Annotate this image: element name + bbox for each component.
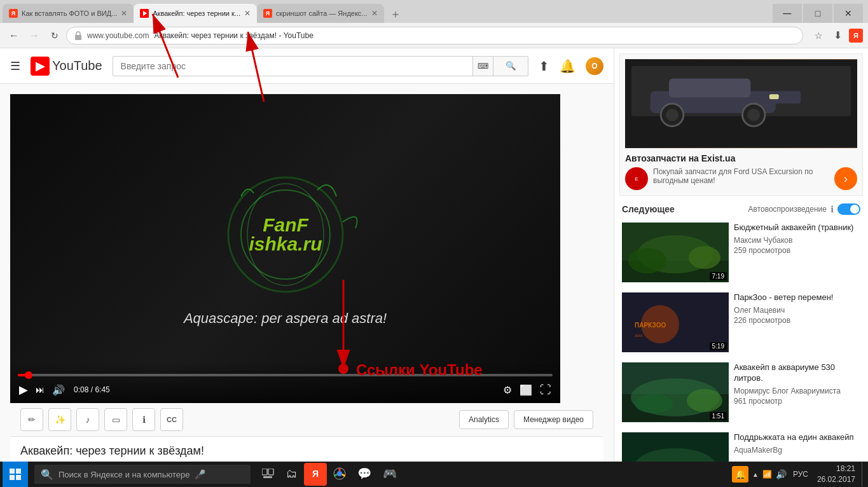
tab-new[interactable]: ＋ [387,5,404,23]
svg-text:ishka.ru: ishka.ru [249,233,322,254]
start-button[interactable] [3,462,28,487]
mic-icon[interactable]: 🎤 [195,469,205,479]
skip-button[interactable]: ⏭ [34,383,46,396]
volume-icon[interactable]: 🔊 [776,469,787,479]
rv-duration-1: 7:19 [710,272,727,280]
window-close[interactable]: ✕ [834,4,863,23]
volume-button[interactable]: 🔊 [51,383,66,397]
audio-icon-btn[interactable]: ♪ [76,408,99,431]
video-time: 0:08 / 6:45 [74,385,110,394]
address-bar[interactable]: www.youtube.com Аквакейп: через тернии к… [66,27,803,45]
tab-yandex-1[interactable]: Я Как вставлять ФОТО и ВИД... ✕ [3,4,134,23]
taskview-button[interactable] [257,462,280,486]
browser-controls-bar: ← → ↻ www.youtube.com Аквакейп: через те… [0,23,868,48]
arrow-up-icon[interactable]: ▲ [752,471,759,478]
rv-thumb-3: 1:51 [622,362,729,422]
info-icon-btn[interactable]: ℹ [132,408,155,431]
keyboard-icon[interactable]: ⌨ [472,56,493,76]
miniplayer-button[interactable]: ⬜ [518,383,534,397]
video-action-bar: ✏ ✨ ♪ ▭ ℹ CC Analytics Менеджер видео [10,403,603,437]
download-icon[interactable]: ⬇ [830,28,845,43]
ad-logo: E [625,167,648,190]
rv-duration-2: 5:19 [710,342,727,350]
rv-channel-1: Максим Чубаков [734,236,860,245]
tb-app-skype[interactable]: 💬 [352,462,376,486]
tb-app-yandex[interactable]: Я [304,463,327,486]
svg-point-24 [689,246,720,269]
play-button[interactable]: ▶ [18,381,29,398]
back-button[interactable]: ← [5,27,23,45]
subtitles-icon-btn[interactable]: CC [160,408,183,431]
rv-thumb-1: 7:19 [622,223,729,282]
autoplay-row: Автовоспроизведение ℹ [748,203,860,215]
fullscreen-button[interactable]: ⛶ [539,382,553,398]
search-input[interactable] [113,56,472,76]
forward-button[interactable]: → [25,27,43,45]
bookmark-star-icon[interactable]: ☆ [811,28,826,43]
ad-row: E Покупай запчасти для Ford USA Excursio… [625,167,857,190]
network-icon[interactable]: 📶 [762,470,772,479]
video-controls-bottom: ▶ ⏭ 🔊 0:08 / 6:45 ⚙ ⬜ ⛶ [18,381,553,398]
related-video-3[interactable]: 1:51 Аквакейп в аквариуме 530 литров. Мо… [619,360,863,425]
crop-icon-btn[interactable]: ▭ [104,408,127,431]
rv-views-2: 226 просмотров [734,316,860,325]
hamburger-icon[interactable]: ☰ [10,59,20,73]
svg-point-32 [635,394,673,413]
related-video-4[interactable]: Поддрьжката на един аквакейп AquaMakerBg [619,430,863,462]
taskbar: 🔍 Поиск в Яндексе и на компьютере 🎤 🗂 Я … [0,462,868,487]
lang-indicator[interactable]: РУС [790,470,811,479]
tab-close-1[interactable]: ✕ [121,9,127,18]
related-video-1[interactable]: 7:19 Бюджетный аквакейп (травник) Максим… [619,220,863,285]
settings-button[interactable]: ⚙ [502,383,513,397]
rv-channel-3: Мормирус Блог Аквариумиста [734,387,860,395]
tab-yandex-2[interactable]: Я скриншот сайта — Яндекс... ✕ [257,4,384,23]
tb-app-chrome[interactable] [328,462,351,486]
window-maximize[interactable]: □ [803,4,832,23]
svg-rect-19 [769,94,779,99]
show-desktop-button[interactable] [862,462,865,486]
tab-close-2[interactable]: ✕ [371,9,378,18]
rv-views-3: 961 просмотр [734,397,860,406]
rv-title-1: Бюджетный аквакейп (травник) [734,223,860,233]
rv-thumb-2: ПАРКЗОО зоо 5:19 [622,292,729,352]
svg-text:ПАРКЗОО: ПАРКЗОО [635,322,666,329]
notification-bell-icon[interactable]: 🔔 [560,58,575,74]
svg-rect-13 [669,79,750,98]
tab-close-yt[interactable]: ✕ [244,9,251,18]
rv-info-2: ПаркЗоо - ветер перемен! Олег Мацевич 22… [734,292,860,352]
rv-info-4: Поддрьжката на един аквакейп AquaMakerBg [734,432,860,462]
edit-icon-btn[interactable]: ✏ [20,408,43,431]
svg-rect-37 [10,469,15,474]
related-video-2[interactable]: ПАРКЗОО зоо 5:19 ПаркЗоо - ветер перемен… [619,290,863,355]
notification-icon[interactable]: 🔔 [732,466,748,483]
tb-app-explorer[interactable]: 🗂 [281,462,303,486]
user-avatar[interactable]: О [586,57,603,75]
tab-youtube[interactable]: Аквакейп: через тернии к... ✕ [134,4,257,23]
window-minimize[interactable]: ─ [773,4,802,23]
yandex-logo-action[interactable]: Я [849,29,863,43]
svg-rect-42 [268,469,273,475]
rv-thumb-4 [622,432,729,462]
refresh-button[interactable]: ↻ [46,27,64,45]
tb-app-game[interactable]: 🎮 [378,462,402,486]
analytics-button[interactable]: Analytics [459,410,509,429]
yt-sidebar: Автозапчасти на Exist.ua E Покупай запча… [614,48,868,462]
ad-arrow-button[interactable]: › [834,167,857,190]
video-container: FanF ishka.ru Aquascape: per aspera ad a… [0,84,614,462]
video-manager-button[interactable]: Менеджер видео [514,410,593,429]
upload-icon[interactable]: ⬆ [539,58,549,74]
progress-bar[interactable] [18,374,553,376]
rv-channel-4: AquaMakerBg [734,446,860,455]
ad-desc: Покупай запчасти для Ford USA Excursion … [653,167,829,185]
enhancement-icon-btn[interactable]: ✨ [48,408,71,431]
rv-info-1: Бюджетный аквакейп (травник) Максим Чуба… [734,223,860,282]
rv-channel-2: Олег Мацевич [734,306,860,315]
taskbar-search[interactable]: 🔍 Поиск в Яндексе и на компьютере 🎤 [34,465,251,484]
ad-block: Автозапчасти на Exist.ua E Покупай запча… [619,53,863,196]
yt-logo[interactable]: ▶ YouTube [31,57,102,76]
rv-title-3: Аквакейп в аквариуме 530 литров. [734,362,860,384]
autoplay-info-icon[interactable]: ℹ [830,204,834,214]
search-button[interactable]: 🔍 [493,56,528,76]
clock[interactable]: 18:21 26.02.2017 [812,463,860,485]
autoplay-toggle[interactable] [837,203,860,215]
